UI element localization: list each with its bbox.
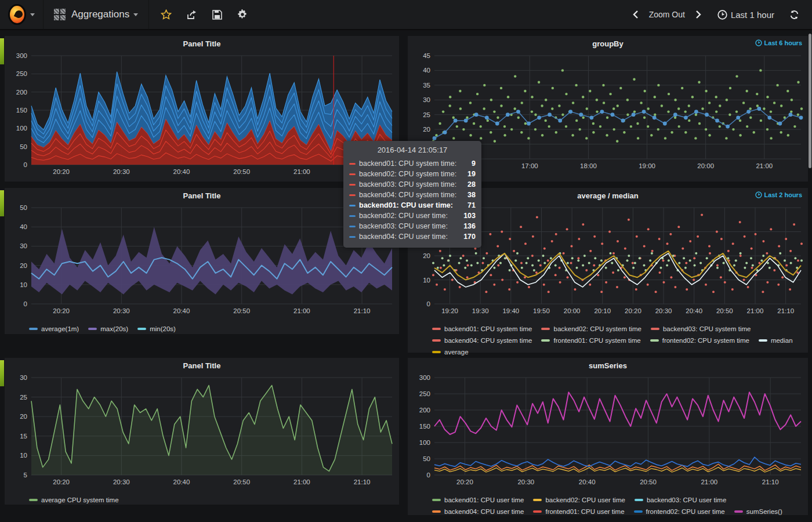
svg-text:20:20: 20:20: [456, 478, 473, 485]
svg-text:20:20: 20:20: [53, 168, 70, 175]
svg-text:30: 30: [20, 242, 27, 249]
row-handle[interactable]: [0, 360, 4, 386]
legend-item[interactable]: average: [432, 347, 469, 357]
panel-title[interactable]: sumSeries: [589, 361, 627, 370]
panel-average-cpu: Panel Title 5101520253020:2020:3020:4020…: [5, 358, 399, 505]
legend-item[interactable]: backend01: CPU user time: [432, 495, 524, 505]
svg-text:150: 150: [419, 423, 430, 430]
panel-title[interactable]: average / median: [577, 191, 639, 200]
share-button[interactable]: [187, 10, 197, 20]
chart-canvas[interactable]: 0102030405020:2020:3020:4020:5021:0021:1…: [5, 203, 399, 319]
svg-text:21:00: 21:00: [701, 478, 717, 485]
svg-text:10: 10: [20, 452, 27, 459]
tooltip-row: backend04: CPU user time:170: [349, 231, 476, 242]
tooltip-row: backend01: CPU user time:71: [349, 200, 476, 211]
svg-text:20:30: 20:30: [517, 478, 534, 485]
legend-item[interactable]: max(20s): [88, 324, 128, 334]
legend-item[interactable]: backend01: CPU system time: [432, 324, 532, 334]
svg-text:20: 20: [423, 252, 430, 259]
svg-text:19:20: 19:20: [441, 307, 458, 314]
svg-text:300: 300: [419, 374, 430, 381]
tooltip-row: backend03: CPU user time:136: [349, 221, 476, 231]
svg-text:50: 50: [20, 204, 27, 211]
legend-item[interactable]: backend03: CPU user time: [635, 495, 726, 505]
legend-item[interactable]: backend04: CPU system time: [432, 335, 532, 346]
chart-canvas[interactable]: 05010015020025030020:2020:3020:4020:5021…: [408, 373, 808, 490]
star-button[interactable]: [161, 9, 172, 20]
panel-title[interactable]: groupBy: [592, 39, 623, 48]
legend-item[interactable]: average CPU system time: [29, 495, 119, 505]
clock-icon: [717, 10, 727, 20]
panel-title[interactable]: Panel Title: [183, 191, 221, 200]
svg-text:40: 40: [423, 67, 430, 74]
svg-text:35: 35: [423, 82, 430, 89]
panel-time-override: Last 2 hours: [755, 191, 802, 198]
legend-item[interactable]: average(1m): [29, 324, 79, 334]
share-icon: [187, 10, 197, 20]
legend-item[interactable]: median: [759, 335, 793, 346]
legend: backend01: CPU user timebackend02: CPU u…: [432, 494, 808, 517]
row-handle[interactable]: [0, 38, 4, 64]
legend-item[interactable]: frontend02: CPU user time: [634, 506, 725, 517]
legend-item[interactable]: frontend02: CPU system time: [650, 335, 749, 346]
svg-text:45: 45: [423, 52, 430, 59]
chevron-down-icon: [30, 13, 35, 16]
save-button[interactable]: [212, 10, 222, 20]
svg-text:20:50: 20:50: [233, 168, 250, 175]
dashboard-picker[interactable]: Aggregations: [44, 0, 149, 30]
legend-item[interactable]: backend02: CPU user time: [533, 495, 625, 505]
zoom-out-label: Zoom Out: [649, 10, 685, 19]
svg-text:21:00: 21:00: [293, 168, 310, 175]
svg-text:250: 250: [419, 390, 430, 397]
dashboards-grid-icon: [54, 9, 66, 20]
time-range-picker[interactable]: Last 1 hour: [717, 10, 774, 20]
svg-text:20:30: 20:30: [113, 307, 130, 314]
svg-text:50: 50: [423, 455, 430, 462]
svg-text:0: 0: [427, 472, 430, 478]
refresh-icon: [789, 10, 799, 20]
svg-text:19:30: 19:30: [472, 307, 489, 314]
legend-item[interactable]: backend03: CPU system time: [651, 324, 751, 334]
legend-item[interactable]: backend04: CPU user time: [432, 506, 524, 517]
chart-canvas[interactable]: 5101520253020:2020:3020:4020:5021:0021:1…: [5, 373, 399, 490]
row-handle[interactable]: [0, 190, 4, 216]
panel-title[interactable]: Panel Title: [183, 361, 221, 370]
panel-time-override: Last 6 hours: [755, 39, 802, 46]
scrollbar-thumb[interactable]: [809, 34, 811, 168]
svg-text:150: 150: [16, 107, 27, 114]
gear-icon: [237, 9, 248, 20]
svg-text:20:50: 20:50: [233, 307, 250, 314]
svg-text:20:30: 20:30: [655, 307, 672, 314]
svg-text:21:10: 21:10: [354, 478, 371, 485]
svg-text:0: 0: [427, 300, 430, 307]
legend-item[interactable]: sumSeries(): [734, 506, 782, 517]
panel-stacked-cpu: Panel Title 05010015020025030020:2020:30…: [5, 36, 399, 182]
legend-item[interactable]: frontend01: CPU user time: [533, 506, 624, 517]
legend-item[interactable]: backend02: CPU system time: [541, 324, 641, 334]
svg-text:21:10: 21:10: [762, 478, 779, 485]
legend: backend01: CPU system timebackend02: CPU…: [432, 322, 808, 357]
grafana-menu-button[interactable]: [0, 0, 44, 30]
time-shift-back-button[interactable]: [633, 10, 639, 19]
svg-text:21:00: 21:00: [756, 162, 773, 169]
dashboard-actions: [149, 0, 259, 30]
svg-text:0: 0: [24, 300, 27, 307]
chart-canvas[interactable]: 05010015020025030020:2020:3020:4020:5021…: [5, 51, 399, 180]
svg-text:20:40: 20:40: [686, 307, 702, 314]
settings-button[interactable]: [237, 9, 248, 20]
dashboard-title: Aggregations: [71, 9, 129, 20]
zoom-out-button[interactable]: Zoom Out: [649, 10, 685, 19]
svg-text:20:50: 20:50: [640, 478, 657, 485]
panel-avg-max-min: Panel Title 0102030405020:2020:3020:4020…: [5, 188, 399, 334]
legend-item[interactable]: min(20s): [137, 324, 176, 334]
top-navbar: Aggregations Zoom Out Last 1 hour: [0, 0, 812, 30]
svg-text:21:00: 21:00: [747, 307, 764, 314]
time-shift-forward-button[interactable]: [695, 10, 701, 19]
legend-item[interactable]: frontend01: CPU system time: [541, 335, 640, 346]
svg-text:100: 100: [419, 439, 430, 446]
panel-title[interactable]: Panel Title: [183, 39, 221, 48]
refresh-button[interactable]: [789, 10, 799, 20]
svg-text:25: 25: [423, 111, 430, 118]
svg-text:21:00: 21:00: [293, 307, 310, 314]
svg-text:19:40: 19:40: [502, 307, 519, 314]
